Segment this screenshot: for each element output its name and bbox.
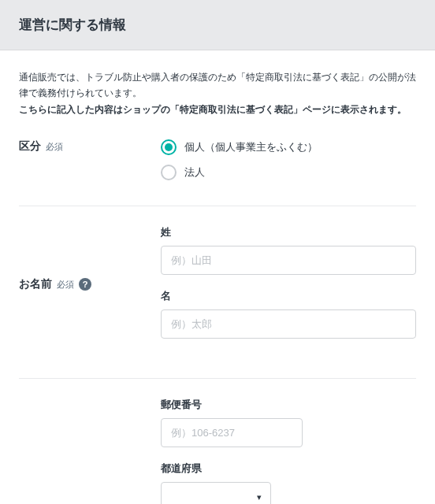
required-tag: 必須 bbox=[46, 141, 63, 153]
sub-label-sei: 姓 bbox=[161, 225, 416, 239]
field-sei: 姓 bbox=[161, 225, 416, 275]
content-area: 通信販売では、トラブル防止や購入者の保護のため「特定商取引法に基づく表記」の公開… bbox=[0, 50, 435, 504]
label-name: お名前 bbox=[19, 277, 52, 291]
select-prefecture[interactable] bbox=[161, 482, 271, 504]
help-icon[interactable]: ? bbox=[79, 278, 91, 291]
field-postal: 郵便番号 bbox=[161, 398, 416, 447]
radio-label-hojin: 法人 bbox=[184, 165, 205, 180]
page-title: 運営に関する情報 bbox=[19, 16, 416, 34]
intro-text: 通信販売では、トラブル防止や購入者の保護のため「特定商取引法に基づく表記」の公開… bbox=[19, 69, 416, 117]
divider bbox=[19, 206, 416, 206]
intro-line2: こちらに記入した内容はショップの「特定商取引法に基づく表記」ページに表示されます… bbox=[19, 104, 407, 115]
radio-label-kojin: 個人（個人事業主をふくむ） bbox=[184, 140, 318, 154]
radio-icon-unchecked bbox=[161, 165, 177, 180]
input-sei[interactable] bbox=[161, 246, 416, 275]
sub-label-postal: 郵便番号 bbox=[161, 398, 416, 412]
label-col-name: お名前 必須 ? bbox=[19, 225, 161, 291]
field-mei: 名 bbox=[161, 289, 416, 339]
field-col-kubun: 個人（個人事業主をふくむ） 法人 bbox=[161, 139, 416, 180]
select-wrap-prefecture: ▾ bbox=[161, 482, 271, 504]
label-kubun: 区分 bbox=[19, 139, 41, 154]
intro-line1: 通信販売では、トラブル防止や購入者の保護のため「特定商取引法に基づく表記」の公開… bbox=[19, 72, 416, 98]
field-col-name: 姓 名 bbox=[161, 225, 416, 353]
row-address: 郵便番号 都道府県 ▾ 市区町村以降 (建物名、部屋番号まで) bbox=[19, 398, 416, 504]
required-tag: 必須 bbox=[57, 279, 74, 291]
radio-hojin[interactable]: 法人 bbox=[161, 165, 416, 180]
input-postal[interactable] bbox=[161, 418, 303, 447]
page-header: 運営に関する情報 bbox=[0, 0, 435, 50]
row-kubun: 区分 必須 個人（個人事業主をふくむ） 法人 bbox=[19, 139, 416, 180]
label-col-kubun: 区分 必須 bbox=[19, 139, 161, 154]
divider bbox=[19, 378, 416, 379]
row-name: お名前 必須 ? 姓 名 bbox=[19, 225, 416, 353]
input-mei[interactable] bbox=[161, 309, 416, 339]
sub-label-mei: 名 bbox=[161, 289, 416, 303]
sub-label-prefecture: 都道府県 bbox=[161, 461, 416, 476]
radio-group-kubun: 個人（個人事業主をふくむ） 法人 bbox=[161, 139, 416, 180]
radio-icon-checked bbox=[161, 139, 177, 155]
field-prefecture: 都道府県 ▾ bbox=[161, 461, 416, 504]
field-col-address: 郵便番号 都道府県 ▾ 市区町村以降 (建物名、部屋番号まで) bbox=[161, 398, 416, 504]
radio-kojin[interactable]: 個人（個人事業主をふくむ） bbox=[161, 139, 416, 155]
